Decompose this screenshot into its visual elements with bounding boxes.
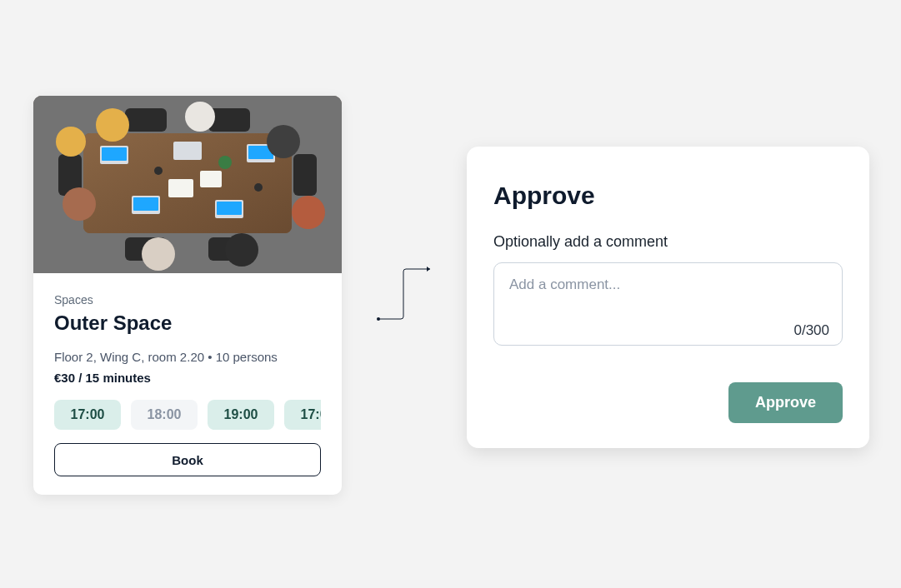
svg-point-29 — [142, 237, 175, 271]
svg-point-32 — [377, 317, 380, 321]
comment-field-wrap: 0/300 — [493, 262, 843, 349]
svg-point-25 — [185, 102, 215, 132]
room-meta: Floor 2, Wing C, room 2.20 • 10 persons — [54, 350, 321, 364]
svg-rect-19 — [168, 179, 193, 197]
svg-rect-20 — [200, 171, 222, 187]
time-slot: 18:00 — [131, 400, 198, 430]
svg-rect-15 — [102, 147, 127, 161]
room-price: €30 / 15 minutes — [54, 371, 321, 385]
svg-point-31 — [56, 127, 86, 157]
book-button-label: Book — [172, 453, 203, 467]
svg-point-23 — [254, 183, 263, 192]
approve-panel: Approve Optionally add a comment 0/300 A… — [467, 147, 869, 448]
time-slot-label: 17:00 — [301, 407, 321, 422]
approve-button-label: Approve — [755, 394, 816, 411]
comment-input[interactable] — [493, 262, 843, 346]
category-label: Spaces — [54, 293, 321, 306]
svg-point-27 — [292, 196, 325, 229]
booking-card: Spaces Outer Space Floor 2, Wing C, room… — [33, 96, 342, 495]
time-slot[interactable]: 17:00 — [54, 400, 121, 430]
time-slot-row: 17:00 18:00 19:00 17:00 — [54, 400, 321, 430]
svg-point-26 — [267, 125, 300, 158]
svg-rect-18 — [217, 202, 242, 215]
time-slot-label: 18:00 — [148, 407, 182, 422]
svg-point-21 — [218, 156, 232, 169]
room-image — [33, 96, 342, 273]
approve-title: Approve — [493, 182, 843, 210]
time-slot-label: 19:00 — [224, 407, 258, 422]
svg-rect-5 — [293, 154, 317, 196]
svg-rect-6 — [125, 108, 167, 132]
comment-label: Optionally add a comment — [493, 233, 843, 251]
svg-point-28 — [225, 233, 258, 267]
connector-line — [376, 265, 434, 323]
time-slot[interactable]: 19:00 — [208, 400, 274, 430]
book-button[interactable]: Book — [54, 443, 321, 476]
svg-rect-17 — [133, 197, 158, 211]
svg-point-22 — [154, 167, 163, 175]
time-slot[interactable]: 17:00 — [284, 400, 321, 430]
svg-rect-14 — [173, 142, 202, 160]
svg-point-30 — [63, 187, 96, 221]
time-slot-label: 17:00 — [71, 407, 105, 422]
room-name: Outer Space — [54, 311, 321, 335]
svg-point-24 — [96, 108, 129, 142]
approve-button[interactable]: Approve — [728, 382, 843, 423]
